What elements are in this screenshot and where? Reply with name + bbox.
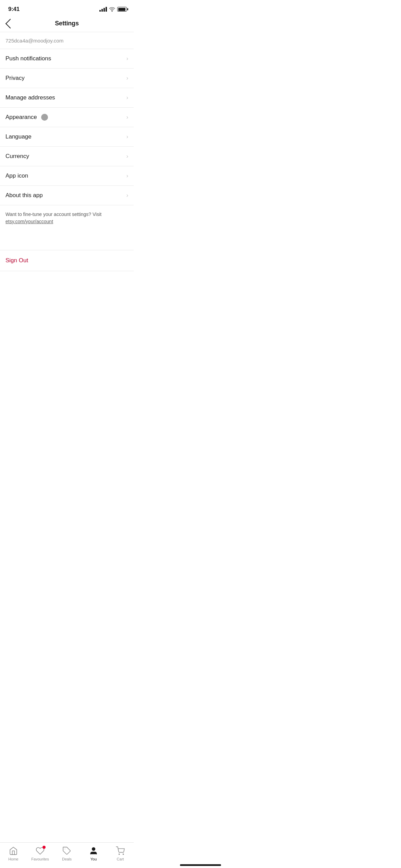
chevron-right-icon: › xyxy=(126,114,128,120)
email-row: 725dca4a@moodjoy.com xyxy=(0,32,134,49)
settings-item-privacy[interactable]: Privacy › xyxy=(0,69,134,88)
fine-tune-link[interactable]: etsy.com/your/account xyxy=(5,219,53,224)
settings-item-label: Language xyxy=(5,133,32,140)
touch-cursor xyxy=(41,114,48,121)
status-bar: 9:41 xyxy=(0,0,134,16)
page-title: Settings xyxy=(55,20,78,27)
settings-item-label: Manage addresses xyxy=(5,94,55,101)
settings-item-language[interactable]: Language › xyxy=(0,127,134,147)
chevron-right-icon: › xyxy=(126,95,128,101)
chevron-right-icon: › xyxy=(126,192,128,198)
account-email: 725dca4a@moodjoy.com xyxy=(5,38,63,44)
settings-item-appearance[interactable]: Appearance › xyxy=(0,108,134,127)
settings-item-label: Push notifications xyxy=(5,55,51,62)
nav-header: Settings xyxy=(0,16,134,32)
chevron-right-icon: › xyxy=(126,173,128,179)
fine-tune-text: Want to fine-tune your account settings?… xyxy=(5,211,128,225)
settings-item-label: Privacy xyxy=(5,75,25,82)
settings-item-label: About this app xyxy=(5,192,43,199)
spacer xyxy=(0,233,134,250)
status-time: 9:41 xyxy=(8,6,20,13)
chevron-right-icon: › xyxy=(126,56,128,62)
settings-item-label: Currency xyxy=(5,153,29,160)
svg-point-0 xyxy=(112,11,112,12)
settings-item-app-icon[interactable]: App icon › xyxy=(0,166,134,186)
back-button[interactable] xyxy=(5,19,15,28)
settings-list: Push notifications › Privacy › Manage ad… xyxy=(0,49,134,205)
wifi-icon xyxy=(109,6,115,12)
fine-tune-section: Want to fine-tune your account settings?… xyxy=(0,205,134,233)
chevron-right-icon: › xyxy=(126,153,128,159)
signal-icon xyxy=(99,7,107,12)
settings-item-manage-addresses[interactable]: Manage addresses › xyxy=(0,88,134,108)
settings-item-label: Appearance xyxy=(5,114,37,121)
status-icons xyxy=(99,6,127,12)
settings-item-push-notifications[interactable]: Push notifications › xyxy=(0,49,134,69)
battery-icon xyxy=(117,7,127,12)
settings-item-label: App icon xyxy=(5,172,28,179)
sign-out-section: Sign Out xyxy=(0,250,134,271)
settings-item-currency[interactable]: Currency › xyxy=(0,147,134,166)
sign-out-button[interactable]: Sign Out xyxy=(5,257,28,264)
bottom-spacer xyxy=(0,271,134,333)
chevron-right-icon: › xyxy=(126,75,128,81)
back-chevron-icon xyxy=(5,19,15,28)
chevron-right-icon: › xyxy=(126,134,128,140)
settings-item-about-this-app[interactable]: About this app › xyxy=(0,186,134,205)
